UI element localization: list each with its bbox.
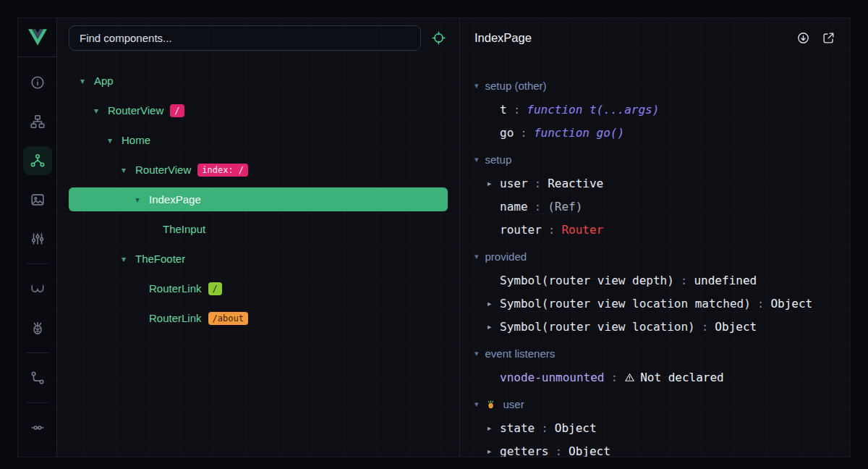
timeline-icon[interactable] [18,269,57,308]
state-key: Symbol(router view location matched) [500,297,751,310]
inspector-title: IndexPage [475,31,796,45]
components-icon[interactable] [18,141,57,180]
chevron-down-icon: ▾ [475,81,479,90]
pinia-store-icon [485,399,496,410]
section-label: user [503,398,524,410]
state-key: Symbol(router view depth) [500,274,674,287]
separator: : [520,126,527,140]
separator: : [702,320,709,334]
separator: : [548,223,556,237]
state-value: function go() [534,126,624,140]
sidebar-divider [27,263,48,264]
separator: : [555,444,562,457]
chevron-down-icon[interactable]: ▾ [122,165,135,175]
tree-row-routerview[interactable]: ▾ RouterView / [69,98,448,122]
route-badge: index: / [197,164,248,177]
sidebar-divider [27,402,48,403]
section-header[interactable]: ▾ user [475,392,850,416]
chevron-down-icon: ▾ [475,349,479,358]
image-icon[interactable] [18,180,57,219]
hierarchy-icon[interactable] [18,102,57,141]
component-name: TheInput [163,223,205,235]
tree-row-routerview-index[interactable]: ▾ RouterView index: / [69,158,448,182]
component-name: TheFooter [135,253,185,265]
inspect-element-icon[interactable] [431,30,446,46]
search-input[interactable] [69,25,421,51]
chevron-down-icon[interactable]: ▾ [80,76,94,86]
chevron-down-icon[interactable]: ▾ [122,254,135,264]
state-key: user [500,177,528,190]
tree-row-routerlink-about[interactable]: RouterLink /about [69,306,448,330]
section-header[interactable]: ▾ setup [475,147,850,172]
state-row: t : function t(...args) [475,98,850,121]
chevron-right-icon[interactable]: ▸ [488,423,500,432]
equalizer-icon[interactable] [18,219,57,258]
section-setup-other: ▾ setup (other) t : function t(...args) … [475,73,850,144]
vue-devtools-window: ▾ App ▾ RouterView / ▾ Home ▾ RouterView… [17,17,851,457]
component-name: App [94,75,114,87]
tree-row-thefooter[interactable]: ▾ TheFooter [69,247,448,271]
route-badge: / [170,104,184,117]
state-key: t [500,103,507,117]
state-value: Object [555,421,597,435]
info-icon[interactable] [18,63,57,102]
chevron-down-icon: ▾ [475,155,479,164]
section-header[interactable]: ▾ provided [475,244,850,269]
chevron-right-icon[interactable]: ▸ [488,179,500,187]
separator: : [681,274,688,287]
state-row: vnode-unmounted : Not declared [475,366,850,389]
tree-row-indexpage-selected[interactable]: ▾ IndexPage [69,187,448,211]
state-value: Not declared [640,371,724,384]
component-name: RouterLink [149,282,202,295]
separator: : [611,371,618,384]
state-value: Object [715,320,757,334]
section-header[interactable]: ▾ setup (other) [475,73,850,98]
separator: : [535,200,542,214]
state-row: Symbol(router view depth) : undefined [475,269,850,292]
component-name: Home [122,134,150,146]
state-row[interactable]: ▸ Symbol(router view location matched) :… [475,292,850,315]
state-key: Symbol(router view location) [500,320,695,334]
state-row[interactable]: ▸ user : Reactive [475,172,850,195]
state-key: router [500,223,542,237]
chevron-down-icon[interactable]: ▾ [94,106,108,116]
separator: : [541,421,548,435]
state-row: go : function go() [475,121,850,144]
graph-icon[interactable] [18,358,57,397]
state-row[interactable]: ▸ getters : Object [475,439,850,457]
chevron-down-icon[interactable]: ▾ [108,135,122,145]
tree-row-routerlink-home[interactable]: RouterLink / [69,276,448,300]
chevron-right-icon[interactable]: ▸ [488,447,500,455]
state-row[interactable]: ▸ Symbol(router view location) : Object [475,315,850,338]
state-value: Object [569,444,610,457]
state-key: state [500,421,535,435]
component-name: IndexPage [149,193,201,206]
route-badge: /about [208,312,248,325]
section-setup: ▾ setup ▸ user : Reactive name : (Ref) [475,147,850,241]
warning-icon [624,372,635,383]
state-value: undefined [694,274,757,287]
section-label: setup [485,153,512,166]
section-label: event listeners [485,347,556,360]
settings-icon[interactable] [18,408,57,447]
section-provided: ▾ provided Symbol(router view depth) : u… [475,244,850,338]
open-in-editor-icon[interactable] [822,31,835,45]
sidebar-divider [27,352,48,353]
chevron-down-icon[interactable]: ▾ [135,195,149,205]
state-value: Router [561,223,603,237]
tree-row-app[interactable]: ▾ App [69,69,448,93]
chevron-right-icon[interactable]: ▸ [488,322,500,331]
state-value: Object [770,297,812,310]
pinia-icon[interactable] [18,308,57,347]
component-name: RouterLink [149,312,202,324]
tree-row-theinput[interactable]: TheInput [69,217,448,241]
section-header[interactable]: ▾ event listeners [475,341,850,366]
state-row: router : Router [475,218,850,241]
sidebar [18,18,57,457]
state-row[interactable]: ▸ state : Object [475,416,850,439]
chevron-right-icon[interactable]: ▸ [488,299,500,308]
scroll-to-component-icon[interactable] [796,31,810,45]
state-key: getters [500,444,548,457]
tree-row-home[interactable]: ▾ Home [69,128,448,152]
separator: : [757,297,765,310]
